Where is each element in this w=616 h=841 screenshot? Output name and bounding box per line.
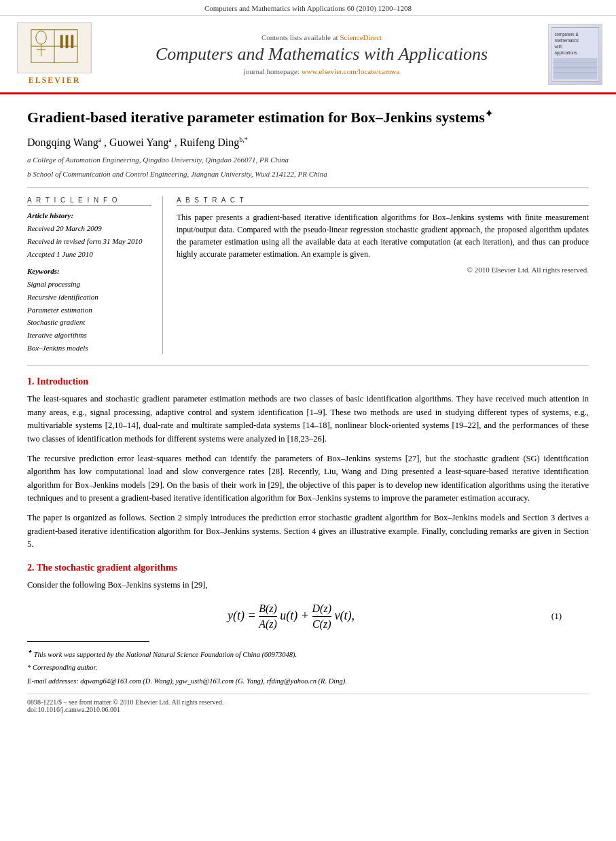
equation-1-content: y(t) = B(z) A(z) u(t) + D(z) C(z) v(t), bbox=[54, 603, 528, 630]
svg-rect-7 bbox=[60, 35, 63, 48]
doi-text: doi:10.1016/j.camwa.2010.06.001 bbox=[27, 706, 589, 713]
intro-section-title: 1. Introduction bbox=[27, 376, 589, 387]
journal-title-block: Contents lists available at ScienceDirec… bbox=[102, 33, 541, 75]
affiliation-2: b School of Communication and Control En… bbox=[27, 168, 589, 180]
license-text: 0898-1221/$ – see front matter © 2010 El… bbox=[27, 698, 589, 706]
page: Computers and Mathematics with Applicati… bbox=[0, 0, 616, 841]
journal-main-title: Computers and Mathematics with Applicati… bbox=[102, 44, 541, 65]
fraction-dz-cz: D(z) C(z) bbox=[312, 603, 331, 630]
fraction-numerator-dz: D(z) bbox=[312, 603, 331, 617]
footnote-divider bbox=[27, 641, 149, 642]
svg-text:applications: applications bbox=[554, 50, 577, 56]
article-info-header: A R T I C L E I N F O bbox=[27, 196, 151, 206]
svg-rect-9 bbox=[71, 35, 73, 48]
sciencedirect-link[interactable]: ScienceDirect bbox=[340, 33, 382, 41]
fraction-denominator-az: A(z) bbox=[259, 618, 277, 630]
keyword-5: Iterative algorithms bbox=[27, 329, 151, 342]
footnote-asterisk: * Corresponding author. bbox=[27, 662, 589, 673]
journal-homepage: journal homepage: www.elsevier.com/locat… bbox=[102, 67, 541, 75]
keyword-4: Stochastic gradient bbox=[27, 316, 151, 329]
elsevier-svg-icon bbox=[18, 23, 91, 73]
journal-thumbnail: computers & mathematics with application… bbox=[548, 24, 602, 85]
elsevier-logo-image bbox=[17, 22, 92, 73]
svg-text:computers &: computers & bbox=[554, 32, 579, 37]
svg-text:mathematics: mathematics bbox=[554, 38, 579, 43]
fraction-denominator-cz: C(z) bbox=[312, 618, 331, 630]
divider-1 bbox=[27, 187, 589, 188]
citation-text: Computers and Mathematics with Applicati… bbox=[204, 4, 412, 12]
history-revised: Received in revised form 31 May 2010 bbox=[27, 235, 151, 248]
keyword-1: Signal processing bbox=[27, 278, 151, 291]
journal-thumb-svg: computers & mathematics with application… bbox=[551, 24, 599, 84]
paper-title: Gradient-based iterative parameter estim… bbox=[27, 108, 589, 128]
keywords-list: Signal processing Recursive identificati… bbox=[27, 278, 151, 354]
svg-text:with: with bbox=[554, 44, 562, 49]
abstract-section: A B S T R A C T This paper presents a gr… bbox=[177, 196, 589, 354]
equation-1-block: y(t) = B(z) A(z) u(t) + D(z) C(z) v(t), … bbox=[54, 603, 562, 630]
elsevier-brand-text: ELSEVIER bbox=[29, 75, 81, 86]
svg-rect-8 bbox=[66, 35, 69, 48]
abstract-header: A B S T R A C T bbox=[177, 196, 589, 206]
elsevier-logo-block: ELSEVIER bbox=[14, 22, 95, 86]
intro-para-1: The least-squares and stochastic gradien… bbox=[27, 393, 589, 446]
svg-rect-15 bbox=[554, 58, 598, 79]
homepage-link[interactable]: www.elsevier.com/locate/camwa bbox=[302, 67, 400, 75]
history-label: Article history: bbox=[27, 211, 151, 219]
keyword-3: Parameter estimation bbox=[27, 304, 151, 317]
keywords-label: Keywords: bbox=[27, 267, 151, 275]
main-content: Gradient-based iterative parameter estim… bbox=[0, 94, 616, 727]
intro-para-3: The paper is organized as follows. Secti… bbox=[27, 512, 589, 551]
article-info-column: A R T I C L E I N F O Article history: R… bbox=[27, 196, 163, 354]
bottom-bar: 0898-1221/$ – see front matter © 2010 El… bbox=[27, 694, 589, 713]
fraction-bz-az: B(z) A(z) bbox=[259, 603, 277, 630]
history-received: Received 20 March 2009 bbox=[27, 222, 151, 235]
abstract-copyright: © 2010 Elsevier Ltd. All rights reserved… bbox=[177, 266, 589, 274]
section2-title: 2. The stochastic gradient algorithms bbox=[27, 562, 589, 573]
divider-2 bbox=[27, 365, 589, 365]
footnote-star: ✦ This work was supported by the Nationa… bbox=[27, 647, 589, 660]
section2-intro: Consider the following Box–Jenkins syste… bbox=[27, 579, 589, 592]
equation-1-number: (1) bbox=[535, 611, 562, 622]
history-accepted: Accepted 1 June 2010 bbox=[27, 248, 151, 261]
keyword-6: Box–Jenkins models bbox=[27, 342, 151, 355]
fraction-numerator-bz: B(z) bbox=[259, 603, 277, 617]
journal-header: ELSEVIER Contents lists available at Sci… bbox=[0, 16, 616, 94]
abstract-text: This paper presents a gradient-based ite… bbox=[177, 211, 589, 260]
affiliation-1: a College of Automation Engineering, Qin… bbox=[27, 154, 589, 166]
journal-citation: Computers and Mathematics with Applicati… bbox=[0, 0, 616, 16]
contents-line: Contents lists available at ScienceDirec… bbox=[102, 33, 541, 41]
intro-para-2: The recursive prediction error least-squ… bbox=[27, 452, 589, 505]
keyword-2: Recursive identification bbox=[27, 291, 151, 304]
history-items: Received 20 March 2009 Received in revis… bbox=[27, 222, 151, 260]
authors-line: Dongqing Wanga , Guowei Yanga , Ruifeng … bbox=[27, 136, 589, 149]
info-abstract-columns: A R T I C L E I N F O Article history: R… bbox=[27, 196, 589, 354]
footnote-email: E-mail addresses: dqwang64@163.com (D. W… bbox=[27, 676, 589, 687]
